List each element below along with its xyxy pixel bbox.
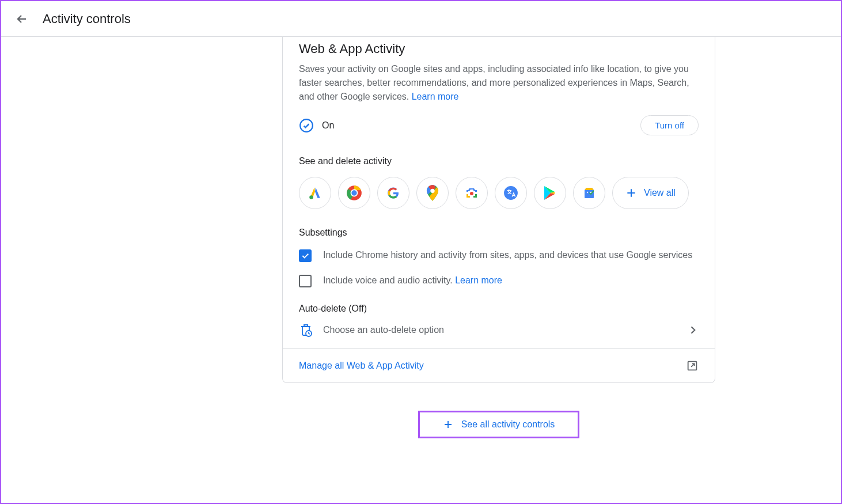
manage-activity-link: Manage all Web & App Activity: [299, 361, 424, 371]
content: Web & App Activity Saves your activity o…: [1, 37, 841, 383]
ads-icon[interactable]: [299, 177, 331, 209]
view-all-button[interactable]: View all: [612, 177, 689, 209]
maps-icon[interactable]: [416, 177, 449, 209]
play-icon[interactable]: [534, 177, 566, 209]
checkbox-voice[interactable]: [299, 275, 312, 287]
chrome-icon[interactable]: [338, 177, 370, 209]
lens-icon[interactable]: [456, 177, 488, 209]
learn-more-link[interactable]: Learn more: [412, 92, 459, 101]
auto-delete-icon: [299, 323, 313, 337]
svg-point-6: [470, 192, 473, 195]
plus-icon: [625, 187, 637, 199]
check-circle-icon: [299, 118, 314, 133]
checkmark-icon: [301, 251, 310, 260]
voice-learn-more-link[interactable]: Learn more: [455, 275, 502, 285]
checkbox-chrome[interactable]: [299, 249, 312, 262]
section-title: Web & App Activity: [299, 41, 699, 56]
checkbox-voice-label: Include voice and audio activity. Learn …: [323, 274, 502, 287]
svg-point-7: [504, 186, 518, 200]
svg-point-8: [587, 192, 588, 193]
section-description: Saves your activity on Google sites and …: [299, 62, 699, 104]
app-icon-row: View all: [299, 177, 699, 209]
svg-point-4: [351, 190, 356, 195]
activity-card: Web & App Activity Saves your activity o…: [282, 37, 715, 383]
subsetting-chrome-history: Include Chrome history and activity from…: [299, 248, 699, 262]
open-external-icon: [686, 359, 699, 372]
subsettings-title: Subsettings: [299, 228, 699, 238]
checkbox-chrome-label: Include Chrome history and activity from…: [323, 248, 692, 262]
plus-icon: [443, 419, 453, 430]
status-row: On Turn off: [299, 115, 699, 135]
auto-delete-title: Auto-delete (Off): [299, 304, 699, 314]
auto-delete-label: Choose an auto-delete option: [323, 325, 444, 335]
page-title: Activity controls: [43, 12, 131, 26]
manage-activity-row[interactable]: Manage all Web & App Activity: [283, 348, 715, 382]
svg-point-1: [309, 195, 313, 199]
auto-delete-row[interactable]: Choose an auto-delete option: [299, 323, 699, 348]
chevron-right-icon: [687, 324, 699, 336]
shopping-icon[interactable]: [573, 177, 605, 209]
google-icon[interactable]: [377, 177, 409, 209]
header: Activity controls: [1, 1, 841, 37]
status-text: On: [322, 120, 334, 131]
see-delete-title: See and delete activity: [299, 156, 699, 166]
arrow-left-icon: [15, 12, 29, 26]
see-all-wrap: See all activity controls: [1, 411, 841, 438]
translate-icon[interactable]: [495, 177, 527, 209]
see-all-activity-button[interactable]: See all activity controls: [418, 411, 580, 438]
turn-off-button[interactable]: Turn off: [640, 115, 699, 135]
svg-point-5: [430, 189, 434, 193]
back-button[interactable]: [10, 7, 33, 31]
subsetting-voice: Include voice and audio activity. Learn …: [299, 274, 699, 287]
